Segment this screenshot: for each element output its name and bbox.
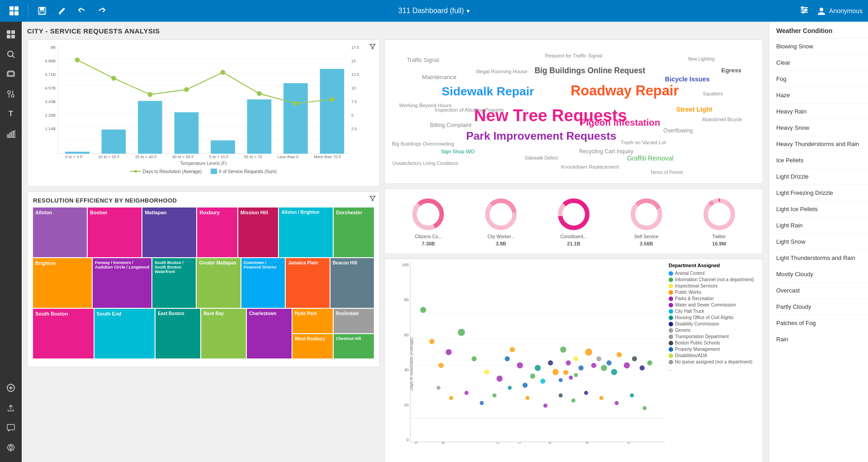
weather-blowing-snow[interactable]: Blowing Snow — [769, 38, 868, 55]
weather-light-drizzle[interactable]: Light Drizzle — [769, 169, 868, 185]
grid-icon[interactable] — [5, 4, 23, 18]
treemap-cell-missionhill[interactable]: Mission Hill — [238, 207, 278, 257]
treemap-cell-west-roxbury[interactable]: West Roxbury — [292, 334, 333, 358]
weather-patches-fog[interactable]: Patches of Fog — [769, 315, 868, 331]
treemap-cell-south-boston[interactable]: South Boston — [33, 309, 94, 358]
filter-settings-icon[interactable] — [799, 5, 809, 17]
weather-heavy-rain[interactable]: Heavy Rain — [769, 104, 868, 120]
treemap-cell-dorchester[interactable]: Dorchester — [334, 207, 374, 257]
treemap-cell-allston[interactable]: Allston — [33, 207, 87, 257]
sidenav-text[interactable]: T — [2, 105, 20, 123]
treemap-cell-southboston-waterfront[interactable]: South Boston / South Boston Waterfront — [152, 258, 196, 308]
sidenav-search[interactable] — [2, 45, 20, 63]
weather-partly-cloudy[interactable]: Partly Cloudy — [769, 299, 868, 315]
scatter-legend-more[interactable]: ... — [669, 366, 759, 372]
bar-55-to-70[interactable] — [247, 99, 272, 154]
word-egress[interactable]: Egress — [722, 67, 741, 74]
line-dot-7[interactable] — [293, 101, 298, 106]
line-dot-1[interactable] — [75, 57, 80, 62]
weather-heavy-snow[interactable]: Heavy Snow — [769, 120, 868, 136]
word-new-lighting[interactable]: New Lighting — [688, 57, 715, 61]
save-icon[interactable] — [34, 5, 50, 17]
sidenav-layers[interactable] — [2, 65, 20, 83]
treemap-cell-roxbury[interactable]: Roxbury — [197, 207, 237, 257]
word-pigeon-infestation[interactable]: Pigeon Infestation — [580, 117, 660, 127]
word-squatters[interactable]: Squatters — [703, 91, 723, 96]
bar-5-to-15[interactable] — [211, 141, 235, 154]
donut-constituent[interactable]: Constituent... 21.1B — [556, 196, 592, 246]
line-dot-8[interactable] — [330, 97, 335, 102]
sidenav-settings[interactable] — [2, 438, 20, 457]
treemap-cell-downtown[interactable]: Downtown / Financial District — [241, 258, 285, 308]
bar-0-to-5[interactable] — [65, 152, 90, 154]
weather-haze[interactable]: Haze — [769, 87, 868, 104]
sidenav-dashboard[interactable] — [2, 25, 20, 43]
line-dot-6[interactable] — [257, 91, 262, 96]
word-living-conditions[interactable]: Unsatisfactory Living Conditions — [392, 161, 458, 166]
word-recycling-cart[interactable]: Recycling Cart Inquiry — [579, 148, 634, 155]
word-big-buildings-online[interactable]: Big Buildings Online Request — [534, 66, 645, 75]
word-overflowing[interactable]: Overflowing — [663, 127, 693, 134]
word-abandoned-bicycle[interactable]: Abandoned Bicycle — [702, 117, 742, 122]
treemap-cell-back-bay[interactable]: Back Bay — [201, 309, 246, 358]
word-trash-vacant-lot[interactable]: Trash on Vacant Lot — [621, 140, 666, 145]
word-abandoned-property[interactable]: Inspection of Abutting Property — [434, 107, 504, 113]
weather-ice-pellets[interactable]: Ice Pellets — [769, 152, 868, 169]
line-dot-2[interactable] — [111, 76, 116, 81]
word-street-light[interactable]: Street Light — [676, 106, 712, 113]
word-traffic-signal[interactable]: Traffic Signal — [407, 57, 439, 63]
bar-25-to-40[interactable] — [138, 101, 162, 154]
weather-mostly-cloudy[interactable]: Mostly Cloudy — [769, 266, 868, 283]
sidenav-share[interactable] — [2, 399, 20, 417]
word-bicycle-issues[interactable]: Bicycle Issues — [665, 75, 710, 83]
dashboard-title[interactable]: 311 Dashboard (full) ▾ — [398, 7, 470, 15]
word-knockdown[interactable]: Knockdown Replacement — [561, 164, 619, 170]
sidenav-analytics[interactable] — [2, 125, 20, 143]
weather-light-thunderstorms[interactable]: Light Thunderstorms and Rain — [769, 250, 868, 266]
edit-icon[interactable] — [54, 5, 70, 17]
word-illegal-rooming[interactable]: Illegal Rooming House — [476, 69, 527, 74]
word-sidewalk-defect[interactable]: Sidewalk Defect — [524, 156, 558, 160]
bar-40-to-55[interactable] — [175, 112, 199, 154]
donut-citizens[interactable]: Citizens Co... 7.36B — [410, 196, 446, 246]
weather-clear[interactable]: Clear — [769, 55, 868, 71]
word-roadway-repair[interactable]: Roadway Repair — [571, 83, 679, 99]
treemap-cell-mattapan[interactable]: Mattapan — [142, 207, 196, 257]
word-terms-of-permit[interactable]: Terms of Permit — [650, 170, 683, 175]
word-maintenance[interactable]: Maintenance — [422, 74, 456, 80]
treemap-cell-hyde-park[interactable]: Hyde Park — [292, 309, 333, 333]
line-dot-5[interactable] — [221, 70, 226, 75]
treemap-cell-roslindale[interactable]: Roslindale — [334, 309, 374, 333]
treemap-cell-boston[interactable]: Boston — [88, 207, 142, 257]
treemap-cell-south-end[interactable]: South End — [94, 309, 155, 358]
word-graffiti-removal[interactable]: Graffiti Removal — [627, 155, 674, 162]
word-request-traffic-signal[interactable]: Request for Traffic Signal — [545, 53, 602, 58]
word-sidewalk-repair[interactable]: Sidewalk Repair — [442, 85, 534, 98]
redo-icon[interactable] — [94, 5, 110, 17]
line-dot-4[interactable] — [184, 87, 189, 92]
treemap-filter-icon[interactable] — [369, 195, 376, 203]
donut-city-workers[interactable]: City Worker... 3.9B — [483, 196, 519, 246]
treemap-cell-chestnut-hill[interactable]: Chestnut Hill — [334, 334, 374, 358]
weather-fog[interactable]: Fog — [769, 71, 868, 87]
donut-self-service[interactable]: Self Service 3.56B — [628, 196, 665, 246]
line-dot-3[interactable] — [148, 92, 153, 97]
weather-rain[interactable]: Rain — [769, 331, 868, 348]
bar-more-than-70[interactable] — [320, 69, 344, 154]
word-sign-shop[interactable]: Sign Shop WO — [441, 149, 475, 154]
word-big-buildings-overcrowding[interactable]: Big Buildings Overcrowding — [392, 141, 454, 146]
weather-overcast[interactable]: Overcast — [769, 283, 868, 299]
weather-light-snow[interactable]: Light Snow — [769, 234, 868, 250]
treemap-cell-fenway[interactable]: Fenway / Kenmore / Audubon Circle / Long… — [93, 258, 151, 308]
bar-less-than-0[interactable] — [283, 83, 308, 154]
weather-heavy-thunderstorms[interactable]: Heavy Thunderstorms and Rain — [769, 136, 868, 152]
user-icon[interactable]: Anonymous — [816, 6, 863, 16]
treemap-cell-beacon-hill[interactable]: Beacon Hill — [330, 258, 374, 308]
bar-15-to-25[interactable] — [102, 130, 126, 154]
treemap-cell-greater-mattapan[interactable]: Greater Mattapan — [197, 258, 240, 308]
undo-icon[interactable] — [74, 5, 90, 17]
sidenav-filter[interactable] — [2, 85, 20, 103]
donut-twitter[interactable]: Twitter 16.9M — [701, 196, 737, 246]
sidenav-add[interactable] — [2, 379, 20, 397]
weather-light-freezing-drizzle[interactable]: Light Freezing Drizzle — [769, 185, 868, 201]
